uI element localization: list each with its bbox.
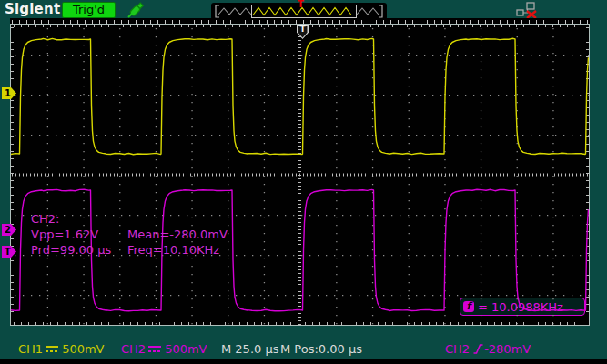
timebase-status: M 25.0 µs [221,340,278,357]
freq-counter-value: = 10.0988KHz [478,300,563,314]
ch2-status-value: 500mV [165,342,207,356]
bottom-strip [0,359,607,364]
display-frame: f = 10.0988KHz CH2:Vpp=1.62VPrd=99.00 µs… [10,18,590,327]
oscilloscope-screen: Siglent Trig'd T f = 10.0988KHz CH2:Vpp=… [0,0,607,364]
waveform-plot [11,25,589,325]
ch2-status-label: CH2 [121,342,146,356]
dc-coupling-icon [46,345,58,354]
dc-coupling-icon [148,345,161,354]
graticule-area: f = 10.0988KHz CH2:Vpp=1.62VPrd=99.00 µs… [10,24,590,326]
trigger-status: CH2-280mV [445,340,531,357]
horizontal-position-status: M Pos:0.00 µs [280,340,362,357]
brand-logo: Siglent [5,1,60,17]
lan-disconnected-icon [515,2,541,20]
ch1-status: CH1500mV [18,340,105,357]
ch1-status-value: 500mV [62,342,104,356]
preview-trigger-icon: T [298,0,304,9]
measurement-column-left: CH2:Vpp=1.62VPrd=99.00 µs [31,211,111,258]
frequency-counter: f = 10.0988KHz [460,298,585,316]
measurement-column-right: Mean=-280.0mVFreq=10.10KHz [127,227,228,258]
ch1-status-label: CH1 [18,342,43,356]
trigger-level-value: -280mV [484,342,531,356]
trigger-source-label: CH2 [445,342,470,356]
freq-counter-icon: f [463,301,474,312]
rising-edge-icon [473,343,483,355]
trigger-status-badge: Trig'd [62,2,116,18]
ch2-status: CH2500mV [121,340,207,357]
